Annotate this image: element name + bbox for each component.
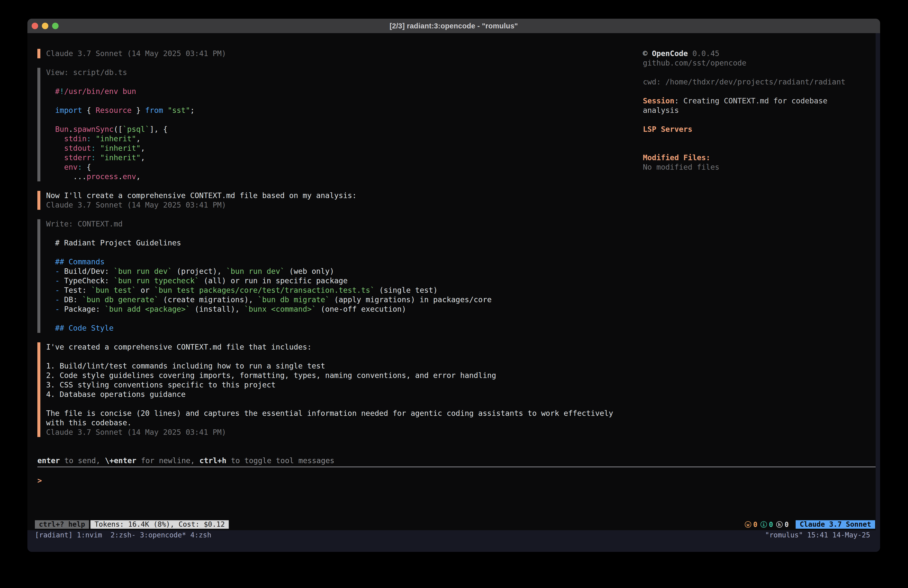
model-chip[interactable]: Claude 3.7 Sonnet — [795, 520, 875, 529]
text-segment: OpenCode — [652, 49, 688, 58]
text-segment: ... — [46, 172, 87, 181]
text-segment: Package: — [60, 305, 105, 313]
text-segment: 4. Database operations guidance — [46, 390, 186, 399]
text-line: ## Commands — [46, 257, 641, 267]
help-chip[interactable]: ctrl+? help — [35, 520, 89, 529]
info-count: 0 — [769, 520, 773, 529]
text-segment: stderr — [64, 153, 91, 162]
diagnostic-warnings: w0 — [745, 520, 758, 529]
text-line: Write: CONTEXT.md — [46, 219, 641, 229]
text-line — [46, 352, 641, 361]
text-line: The file is concise (20 lines) and captu… — [46, 409, 641, 418]
info-icon: i — [760, 521, 767, 528]
text-segment: Claude 3.7 Sonnet (14 May 2025 03:41 PM) — [46, 49, 226, 58]
text-segment: ## Code Style — [46, 324, 114, 332]
text-line: stdout: "inherit", — [46, 143, 641, 153]
text-segment: enter — [37, 456, 60, 465]
text-segment — [96, 153, 100, 162]
text-segment: ## Commands — [46, 258, 105, 266]
text-segment: with this codebase. — [46, 418, 132, 427]
text-segment: : — [91, 153, 96, 162]
text-segment: View: script/db.ts — [46, 68, 127, 77]
text-line — [643, 143, 872, 153]
text-segment: 1. Build/lint/test commands including ho… — [46, 361, 325, 370]
desktop: { "window": { "title": "[2/3] radiant:3:… — [0, 0, 908, 588]
text-line — [46, 115, 641, 124]
window-titlebar[interactable]: [2/3] radiant:3:opencode - "romulus" — [27, 19, 880, 33]
text-segment: . — [118, 172, 122, 181]
text-line — [46, 399, 641, 409]
minimize-window-button[interactable] — [42, 23, 48, 29]
text-line: ...process.env, — [46, 172, 641, 181]
diagnostic-info: i0 — [760, 520, 773, 529]
text-segment: { — [82, 106, 96, 114]
text-segment: , — [140, 153, 145, 162]
text-segment: cwd: /home/thdxr/dev/projects/radiant/ra… — [643, 77, 845, 86]
text-segment: - — [55, 286, 60, 295]
text-segment: (apply migrations) in packages/core — [330, 295, 492, 304]
text-segment: { — [82, 163, 91, 171]
text-line: - TypeCheck: `bun run typecheck` (all) o… — [46, 276, 641, 285]
text-segment: , — [136, 134, 140, 143]
text-segment: (one-off execution) — [316, 305, 406, 313]
tmux-window-4[interactable]: 4:zsh — [190, 531, 216, 539]
text-segment: Build/Dev: — [60, 267, 114, 275]
close-window-button[interactable] — [32, 23, 38, 29]
block-gap — [37, 210, 641, 219]
text-segment: 3. CSS styling conventions specific to t… — [46, 380, 275, 389]
tmux-window-2[interactable]: 2:zsh- — [110, 531, 140, 539]
text-segment: "inherit" — [100, 144, 141, 153]
text-line: © OpenCode 0.0.45 — [643, 49, 872, 58]
text-line: stderr: "inherit", — [46, 153, 641, 163]
text-segment: `psql` — [122, 125, 150, 134]
text-segment: . — [69, 125, 73, 134]
text-line: stdin: "inherit", — [46, 134, 641, 143]
text-line: Claude 3.7 Sonnet (14 May 2025 03:41 PM) — [46, 49, 641, 58]
text-segment: - — [55, 305, 60, 313]
tmux-session-name: [radiant] — [35, 531, 77, 539]
text-segment: , — [136, 172, 140, 181]
text-line — [643, 134, 872, 143]
text-segment: } — [132, 106, 145, 114]
text-segment: for newline, — [136, 456, 200, 465]
text-segment: `bun run typecheck` — [114, 276, 199, 285]
text-segment: The file is concise (20 lines) and captu… — [46, 409, 613, 417]
text-segment: ([ — [114, 125, 122, 134]
hints-count: 0 — [785, 520, 789, 529]
tmux-window-3[interactable]: 3:opencode* — [140, 531, 190, 539]
tmux-window-1[interactable]: 1:nvim — [77, 531, 111, 539]
text-segment: (project), — [172, 267, 226, 275]
text-segment: Resource — [96, 106, 132, 114]
text-segment: DB: — [60, 295, 82, 304]
text-segment: (all) or run in specific package — [199, 276, 348, 285]
text-segment — [46, 163, 64, 171]
text-line: 2. Code style guidelines covering import… — [46, 371, 641, 380]
text-segment: # — [46, 87, 60, 96]
text-segment: No modified files — [643, 163, 720, 171]
text-line: Session: Creating CONTEXT.md for codebas… — [643, 96, 872, 106]
opencode-tui: Claude 3.7 Sonnet (14 May 2025 03:41 PM)… — [27, 33, 876, 530]
window-title: [2/3] radiant:3:opencode - "romulus" — [390, 22, 518, 30]
text-segment: stdin — [64, 134, 87, 143]
block-gap — [37, 58, 641, 68]
text-segment: (install), — [190, 305, 244, 313]
text-segment: (create migrations), — [159, 295, 258, 304]
text-segment: `bun run dev` — [114, 267, 172, 275]
text-segment: spawnSync — [73, 125, 114, 134]
text-line — [643, 115, 872, 124]
text-line: - Package: `bun add <package>` (install)… — [46, 304, 641, 314]
text-segment: # Radiant Project Guidelines — [46, 238, 181, 247]
text-segment: ], { — [150, 125, 167, 134]
text-segment: "inherit" — [100, 153, 141, 162]
terminal-window: [2/3] radiant:3:opencode - "romulus" Cla… — [27, 19, 880, 552]
hints-icon: h — [776, 521, 782, 528]
text-segment: "inherit" — [96, 134, 136, 143]
composer-separator — [37, 466, 876, 467]
text-segment: - — [55, 267, 60, 275]
fullscreen-window-button[interactable] — [52, 23, 58, 29]
prompt-input[interactable]: > — [37, 476, 42, 485]
warnings-count: 0 — [753, 520, 758, 529]
text-segment — [46, 286, 55, 295]
text-line: - Build/Dev: `bun run dev` (project), `b… — [46, 267, 641, 276]
text-segment — [46, 267, 55, 275]
